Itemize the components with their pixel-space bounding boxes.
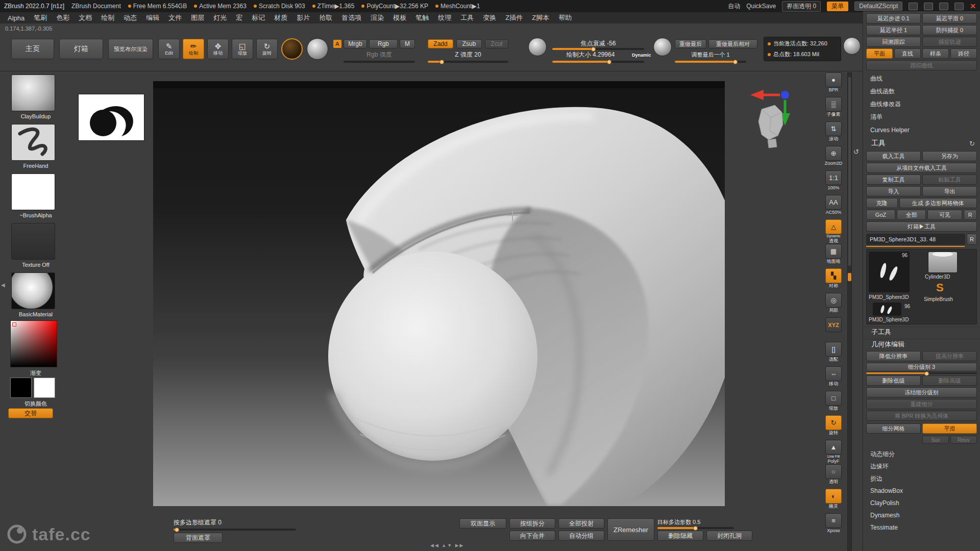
focal-shift-slider[interactable]: 焦点衰减 -56 xyxy=(552,39,644,47)
zcut-button[interactable]: Zcut xyxy=(485,39,508,48)
sdiv-level-slider[interactable]: 细分级别 3 xyxy=(866,363,977,371)
divider-arrows-icon[interactable]: ◀◀ ▲▼ ▶▶ xyxy=(430,543,464,548)
menu-item[interactable]: 灯光 xyxy=(209,13,231,22)
tool-button[interactable]: 导入 xyxy=(866,186,921,196)
geometry-button[interactable]: 提高分辨率 xyxy=(922,351,977,361)
redo-last-relative-button[interactable]: 重做最后相对 xyxy=(708,39,757,48)
right-shelf-button[interactable]: ▒ 子像素 xyxy=(821,97,846,121)
palette-section-row[interactable]: ClayPolish xyxy=(863,497,980,509)
tool-button[interactable]: 克隆 xyxy=(866,198,898,208)
preview-boolean-button[interactable]: 预览布尔渲染 xyxy=(108,39,153,59)
switch-color-button[interactable]: 切换颜色 xyxy=(3,400,69,408)
palette-section-row[interactable]: Tessimate xyxy=(863,521,980,534)
menu-item[interactable]: 工具 xyxy=(456,13,478,22)
menu-item[interactable]: 色彩 xyxy=(52,13,74,22)
lazy-mouse-slider[interactable]: 延迟平滑 0 xyxy=(922,13,977,23)
layout-icon[interactable] xyxy=(939,3,948,10)
menu-item[interactable]: 模板 xyxy=(388,13,411,22)
geometry-section-header[interactable]: 几何体编辑 xyxy=(863,339,980,349)
ui-transparency-slider[interactable]: 界面透明 0 xyxy=(782,1,821,12)
track-curvature-slider[interactable]: 跟踪曲线 xyxy=(866,60,977,70)
target-polycount-slider[interactable]: 目标多边形数 0.5 xyxy=(657,518,734,526)
rotate-mode-button[interactable]: ↻ 旋转 xyxy=(256,39,278,59)
menu-item[interactable]: Alpha xyxy=(3,14,29,22)
brush-thumbnail[interactable] xyxy=(11,74,55,111)
tool-button[interactable]: 灯箱▶工具 xyxy=(866,221,977,232)
backface-mask-button[interactable]: 背面遮罩 xyxy=(174,533,223,543)
menu-item[interactable]: 拾取 xyxy=(314,13,337,22)
geometry-button[interactable]: 降低分辨率 xyxy=(866,351,921,361)
move-mode-button[interactable]: ✥ 移动 xyxy=(207,39,229,59)
palette-section-row[interactable]: 折边 xyxy=(863,472,980,485)
backtrack-button[interactable]: 回溯跟踪 xyxy=(866,37,921,47)
active-tool-slot[interactable]: PM3D_Sphere3D1_33. 48 xyxy=(866,234,965,245)
material-slot-icon[interactable] xyxy=(281,38,303,60)
adjust-last-track[interactable] xyxy=(675,61,746,63)
scrollbar-handle[interactable] xyxy=(848,77,851,266)
layout-icon[interactable] xyxy=(924,3,933,10)
uv-button[interactable]: Reuv xyxy=(950,436,977,444)
tool-button[interactable]: 可见 xyxy=(927,210,962,220)
geometry-button[interactable]: 将 BPR 转换为几何体 xyxy=(866,411,977,421)
backtrack-button[interactable]: 捕捉轨迹 xyxy=(922,37,977,47)
geometry-button[interactable]: 细分网格 xyxy=(866,423,921,434)
home-button[interactable]: 主页 xyxy=(11,39,54,59)
rgb-intensity-slider[interactable]: Rgb 强度 xyxy=(344,51,415,59)
geometry-button[interactable]: 删除低级 xyxy=(866,375,921,386)
right-shelf-button[interactable]: [] 适配 xyxy=(821,342,846,366)
menu-item[interactable]: 宏 xyxy=(231,13,247,22)
quicksave-button[interactable]: QuickSave xyxy=(746,3,776,10)
gradient-label[interactable]: 渐变 xyxy=(3,369,69,377)
auto-group-button[interactable]: 自动分组 xyxy=(558,531,604,541)
group-split-button[interactable]: 按组拆分 xyxy=(509,518,555,529)
recent-tool-thumbnail[interactable] xyxy=(873,303,901,316)
texture-thumbnail[interactable] xyxy=(11,223,55,260)
menu-item[interactable]: 笔触 xyxy=(411,13,433,22)
divider-grip[interactable] xyxy=(848,273,851,281)
tool-button[interactable]: R xyxy=(964,210,977,220)
adjust-last-slider[interactable]: 调整最后一个 1 xyxy=(675,51,746,59)
right-shelf-button[interactable]: ▲ Line Fill PolyF xyxy=(821,440,846,464)
refresh-icon[interactable]: ↻ xyxy=(969,140,975,147)
tool-button[interactable]: 复制工具 xyxy=(866,174,921,185)
redo-last-button[interactable]: 重做最后 xyxy=(675,39,706,48)
sdiv-level-track[interactable] xyxy=(866,372,977,374)
project-all-button[interactable]: 全部投射 xyxy=(558,518,604,529)
layout-icon[interactable] xyxy=(909,3,918,10)
menu-button[interactable]: 菜单 xyxy=(827,2,848,11)
menu-item[interactable]: 首选项 xyxy=(337,13,366,22)
backtrack-mode-button[interactable]: 路径 xyxy=(950,48,977,59)
palette-section-row[interactable]: 曲线 xyxy=(863,72,980,85)
menu-item[interactable]: 纹理 xyxy=(433,13,456,22)
right-shelf-button[interactable]: ◎ 局部 xyxy=(821,293,846,317)
menu-item[interactable]: Z脚本 xyxy=(527,13,554,22)
delete-hidden-button[interactable]: 删除隐藏 xyxy=(657,531,703,541)
backtrack-mode-button[interactable]: 平面 xyxy=(866,48,893,59)
material-sphere-icon[interactable] xyxy=(843,37,861,55)
lazy-mouse-slider[interactable]: 延迟步进 0.1 xyxy=(866,13,921,23)
menu-item[interactable]: 编辑 xyxy=(141,13,164,22)
double-sided-button[interactable]: 双面显示 xyxy=(459,518,506,529)
zadd-button[interactable]: Zadd xyxy=(428,39,453,48)
menu-item[interactable]: 材质 xyxy=(270,13,292,22)
tool-palette-header[interactable]: 工具 ↻ xyxy=(863,138,980,149)
draw-size-slider[interactable]: 绘制大小 4.29964 xyxy=(552,51,629,59)
geometry-button[interactable]: 平滑 xyxy=(922,423,977,434)
active-tool-thumbnail[interactable]: 96 xyxy=(869,252,910,292)
palette-section-row[interactable]: 动态细分 xyxy=(863,448,980,460)
z-intensity-slider[interactable]: Z 强度 20 xyxy=(428,51,508,59)
right-shelf-button[interactable]: XYZ xyxy=(821,317,846,342)
layout-icon[interactable] xyxy=(954,3,964,10)
menu-item[interactable]: 标记 xyxy=(247,13,270,22)
lightbox-button[interactable]: 灯箱 xyxy=(59,39,103,59)
rgb-button[interactable]: Rgb xyxy=(369,39,398,48)
lazy-mouse-slider[interactable]: 延迟半径 1 xyxy=(866,25,921,35)
right-shelf-button[interactable]: ○ 透明 xyxy=(821,464,846,489)
backtrack-mode-button[interactable]: 样条 xyxy=(922,48,949,59)
zsub-button[interactable]: Zsub xyxy=(456,39,482,48)
right-shelf-button[interactable]: ⇔ 移动 xyxy=(821,366,846,391)
geometry-button[interactable]: 重建细分 xyxy=(866,399,977,409)
menu-item[interactable]: 变换 xyxy=(478,13,501,22)
backtrack-mode-button[interactable]: 直线 xyxy=(894,48,921,59)
palette-section-row[interactable]: ShadowBox xyxy=(863,485,980,497)
